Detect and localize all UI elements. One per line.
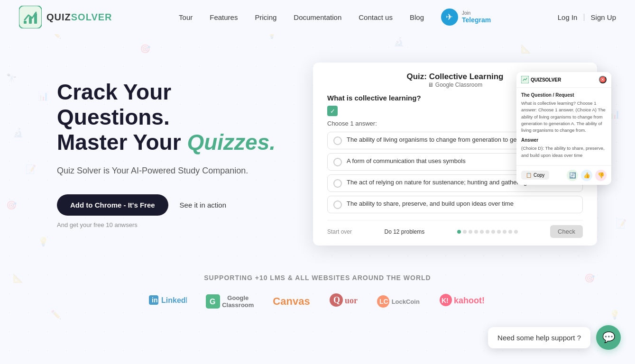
dot-5 xyxy=(480,230,484,234)
add-to-chrome-button[interactable]: Add to Chrome - It's Free xyxy=(57,194,168,216)
hero-note: And get your free 10 anwsers xyxy=(57,221,285,228)
like-button[interactable]: 👍 xyxy=(581,170,592,181)
auth-divider: | xyxy=(583,13,585,21)
logo-quora: Q uora xyxy=(329,293,358,310)
logo-text: QUIZSOLVER xyxy=(46,12,112,23)
solver-question-label: The Question / Request xyxy=(521,91,607,99)
svg-text:in: in xyxy=(152,296,157,304)
logo-linkedin: in LinkedIn xyxy=(149,293,187,310)
dot-7 xyxy=(491,230,495,234)
solver-panel-close[interactable]: ✕ xyxy=(599,76,607,83)
refresh-button[interactable]: 🔄 xyxy=(567,170,578,181)
signup-link[interactable]: Sign Up xyxy=(591,13,616,21)
main-nav: Tour Features Pricing Documentation Cont… xyxy=(179,9,491,26)
help-widget: Need some help support ? 💬 xyxy=(488,325,621,350)
dislike-button[interactable]: 👎 xyxy=(595,170,607,181)
help-chat-icon: 💬 xyxy=(602,331,615,344)
logos-row: in LinkedIn G GoogleClassroom Canvas Q u… xyxy=(19,293,616,310)
quiz-footer: Start over Do 12 problems Check xyxy=(327,220,583,238)
svg-text:LC: LC xyxy=(379,298,388,305)
nav-features[interactable]: Features xyxy=(210,13,238,21)
telegram-icon: ✈ xyxy=(441,9,458,26)
solver-panel-body: The Question / Request What is collectiv… xyxy=(516,88,611,165)
logo[interactable]: QUIZSOLVER xyxy=(19,6,112,28)
dot-3 xyxy=(469,230,472,234)
radio-0 xyxy=(333,136,342,145)
dot-6 xyxy=(486,230,489,234)
solver-panel: QUIZSOLVER ✕ The Question / Request What… xyxy=(516,72,611,185)
hero-subtitle: Quiz Solver is Your AI-Powered Study Com… xyxy=(57,164,285,177)
hero-title: Crack Your Questions. Master Your Quizze… xyxy=(57,80,285,155)
svg-text:LinkedIn: LinkedIn xyxy=(161,296,187,304)
hero-section: Crack Your Questions. Master Your Quizze… xyxy=(0,34,635,264)
telegram-label: Join Telegram xyxy=(462,10,491,24)
hero-right: Quiz: Collective Learning 🖥 Google Class… xyxy=(313,63,597,246)
solver-panel-logo: QUIZSOLVER xyxy=(521,76,561,83)
radio-2 xyxy=(333,179,342,188)
header: QUIZSOLVER Tour Features Pricing Documen… xyxy=(0,0,635,34)
solver-question-text: What is collective learning? Choose 1 an… xyxy=(521,100,607,134)
solver-panel-footer: 📋 Copy 🔄 👍 👎 xyxy=(516,165,611,185)
svg-rect-1 xyxy=(24,21,27,24)
dot-4 xyxy=(474,230,478,234)
logo-icon xyxy=(19,6,42,28)
hero-left: Crack Your Questions. Master Your Quizze… xyxy=(57,80,285,228)
reaction-buttons: 🔄 👍 👎 xyxy=(567,170,607,181)
nav-contact[interactable]: Contact us xyxy=(359,13,393,21)
check-button[interactable]: Check xyxy=(550,225,583,238)
solver-answer-text: (Choice D): The ability to share, preser… xyxy=(521,145,607,159)
dot-9 xyxy=(503,230,506,234)
svg-text:kahoot!: kahoot! xyxy=(454,296,485,305)
svg-text:Q: Q xyxy=(333,295,340,305)
do-problems-label: Do 12 problems xyxy=(384,228,424,235)
dot-8 xyxy=(497,230,501,234)
login-link[interactable]: Log In xyxy=(558,13,578,21)
logo-canvas: Canvas xyxy=(273,295,310,308)
svg-text:uora: uora xyxy=(345,296,358,305)
quiz-option-3[interactable]: The ability to share, preserve, and buil… xyxy=(327,196,583,213)
help-button[interactable]: 💬 xyxy=(596,325,621,350)
start-over-label: Start over xyxy=(327,228,352,235)
nav-pricing[interactable]: Pricing xyxy=(255,13,276,21)
svg-rect-2 xyxy=(29,17,32,24)
telegram-link[interactable]: ✈ Join Telegram xyxy=(441,9,491,26)
copy-button[interactable]: 📋 Copy xyxy=(521,171,549,180)
svg-rect-3 xyxy=(34,13,37,24)
supporting-title: SUPPORTING +10 LMS & ALL WEBSITES AROUND… xyxy=(19,274,616,282)
svg-text:G: G xyxy=(210,298,215,306)
nav-blog[interactable]: Blog xyxy=(410,13,424,21)
auth-links: Log In | Sign Up xyxy=(558,13,616,21)
svg-text:K!: K! xyxy=(442,297,449,304)
checkbox-icon: ✓ xyxy=(327,106,338,116)
dot-2 xyxy=(463,230,467,234)
dot-11 xyxy=(514,230,518,234)
solver-panel-header: QUIZSOLVER ✕ xyxy=(516,72,611,88)
hero-actions: Add to Chrome - It's Free See it in acti… xyxy=(57,194,285,216)
dot-1 xyxy=(457,230,461,234)
dot-10 xyxy=(508,230,512,234)
nav-tour[interactable]: Tour xyxy=(179,13,193,21)
logo-6: K! kahoot! xyxy=(439,293,486,310)
nav-documentation[interactable]: Documentation xyxy=(294,13,341,21)
bottom-section: SUPPORTING +10 LMS & ALL WEBSITES AROUND… xyxy=(0,264,635,324)
logo-5: LC LockCoin xyxy=(377,295,420,308)
solver-answer-label: Answer xyxy=(521,136,607,144)
logo-google-classroom: G GoogleClassroom xyxy=(206,294,254,309)
progress-dots xyxy=(457,230,518,234)
copy-icon: 📋 xyxy=(526,173,532,178)
help-bubble: Need some help support ? xyxy=(488,327,590,348)
see-in-action-link[interactable]: See it in action xyxy=(180,201,226,209)
radio-1 xyxy=(333,158,342,166)
radio-3 xyxy=(333,200,342,209)
